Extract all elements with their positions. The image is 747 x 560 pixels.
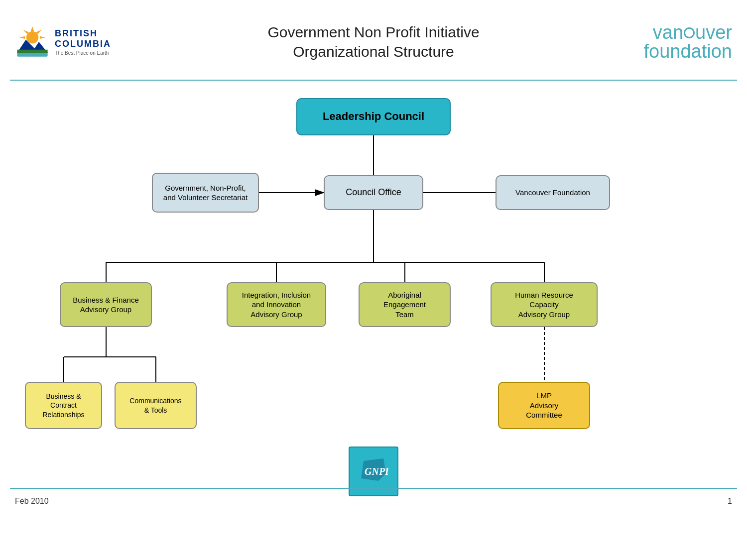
vancouver-foundation-node: Vancouver Foundation	[496, 175, 610, 210]
vf-foundation-text: foundation	[622, 42, 732, 61]
svg-point-0	[26, 31, 39, 44]
vancouver-foundation-logo: vanuver foundation	[622, 23, 732, 61]
govt-secretariat-node: Government, Non-Profit,and Volunteer Sec…	[152, 173, 259, 213]
vancouver-foundation-label: Vancouver Foundation	[515, 188, 590, 198]
title-line2: Organizational Structure	[293, 43, 454, 60]
svg-text:GNPI: GNPI	[365, 466, 388, 477]
svg-marker-5	[40, 36, 45, 39]
bc-logo-text: BRITISH COLUMBIA The Best Place on Earth	[55, 28, 111, 56]
bcr-node: Business &ContractRelationships	[25, 382, 102, 429]
leadership-council-node: Leadership Council	[296, 98, 451, 135]
bc-columbia: COLUMBIA	[55, 39, 111, 49]
bc-logo: BRITISH COLUMBIA The Best Place on Earth	[15, 24, 124, 59]
iiag-node: Integration, Inclusionand InnovationAdvi…	[227, 282, 326, 327]
hrcag-node: Human ResourceCapacityAdvisory Group	[491, 282, 598, 327]
footer-rule-left	[10, 488, 408, 489]
council-office-label: Council Office	[346, 187, 401, 198]
bc-emblem-icon	[15, 24, 50, 59]
bfag-node: Business & FinanceAdvisory Group	[60, 282, 152, 327]
header-rule	[10, 80, 737, 81]
svg-rect-9	[17, 50, 47, 53]
govt-secretariat-label: Government, Non-Profit,and Volunteer Sec…	[163, 183, 248, 203]
bfag-label: Business & FinanceAdvisory Group	[73, 295, 139, 315]
svg-marker-6	[19, 36, 25, 39]
bc-british: BRITISH	[55, 28, 111, 39]
footer-date: Feb 2010	[15, 497, 49, 506]
aet-label: AboriginalEngagementTeam	[383, 290, 426, 320]
title-line1: Government Non Profit Initiative	[267, 24, 479, 40]
comm-tools-node: Communications& Tools	[115, 382, 197, 429]
footer-rule-right	[408, 488, 737, 489]
lmp-label: LMPAdvisoryCommittee	[526, 391, 562, 420]
lmp-node: LMPAdvisoryCommittee	[498, 382, 590, 429]
council-office-node: Council Office	[324, 175, 423, 210]
page-title: Government Non Profit Initiative Organiz…	[124, 22, 622, 61]
vf-logo-text: vanuver foundation	[622, 23, 732, 61]
iiag-label: Integration, Inclusionand InnovationAdvi…	[242, 290, 311, 320]
bc-tagline: The Best Place on Earth	[55, 50, 111, 56]
hrcag-label: Human ResourceCapacityAdvisory Group	[515, 290, 573, 320]
bcr-label: Business &ContractRelationships	[42, 392, 84, 419]
leadership-council-label: Leadership Council	[323, 110, 424, 124]
gnpi-logo-text: GNPI	[359, 456, 388, 486]
vf-circle-o-icon	[684, 27, 695, 38]
gnpi-logo: GNPI	[349, 447, 398, 496]
header: BRITISH COLUMBIA The Best Place on Earth…	[0, 0, 747, 80]
aet-node: AboriginalEngagementTeam	[359, 282, 451, 327]
footer-page: 1	[728, 497, 732, 506]
org-chart: Leadership Council Council Office Govern…	[0, 83, 747, 516]
svg-marker-2	[31, 26, 34, 31]
comm-tools-label: Communications& Tools	[129, 396, 181, 414]
gnpi-map-icon: GNPI	[359, 456, 388, 483]
